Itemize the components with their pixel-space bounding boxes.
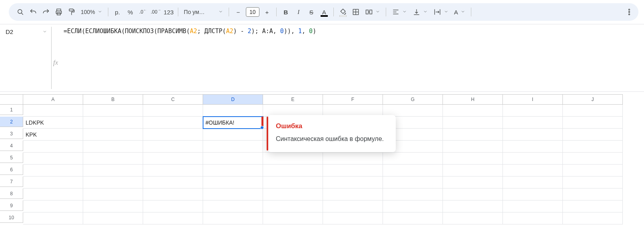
name-box[interactable]: D2 [0,24,51,39]
cell[interactable] [83,153,143,165]
cell[interactable] [83,188,143,200]
cell[interactable] [563,165,623,177]
cell[interactable] [563,212,623,224]
formula-input[interactable]: =ЕСЛИ(ЕСЛИОШИБКА(ПОИСКПОЗ(ПРАВСИМВ(A2; Д… [52,24,644,35]
text-color-button[interactable]: A [318,6,330,18]
row-header[interactable]: 2 [0,117,23,127]
cell[interactable] [503,165,563,177]
column-header[interactable]: B [83,94,143,105]
cell[interactable] [143,188,203,200]
cell[interactable] [323,177,383,188]
number-format-button[interactable]: 123 [163,6,175,18]
cell[interactable] [443,165,503,177]
row-header[interactable]: 1 [0,105,23,115]
percent-button[interactable]: % [124,6,136,18]
cell[interactable] [143,105,203,117]
cell[interactable]: KPK [23,129,83,141]
cell[interactable] [323,188,383,200]
cell[interactable] [143,200,203,212]
increase-decimal-button[interactable]: .00→ [150,6,162,18]
cell[interactable] [143,117,203,129]
currency-button[interactable]: р. [112,6,124,18]
cell[interactable] [503,153,563,165]
cell[interactable] [263,165,323,177]
cell[interactable] [443,117,503,129]
cell[interactable] [563,188,623,200]
row-header[interactable]: 5 [0,153,23,163]
cell[interactable] [263,200,323,212]
select-all-corner[interactable] [0,94,23,105]
cell[interactable] [323,153,383,165]
cell[interactable] [143,129,203,141]
cell[interactable] [23,200,83,212]
row-header[interactable]: 8 [0,188,23,199]
more-icon[interactable] [623,6,635,18]
column-header[interactable]: C [143,94,203,105]
cell[interactable] [503,200,563,212]
cell[interactable] [503,177,563,188]
cell[interactable] [83,117,143,129]
cell[interactable] [563,141,623,153]
borders-button[interactable] [350,6,362,18]
cell[interactable] [263,177,323,188]
cell[interactable] [203,200,263,212]
row-header[interactable]: 7 [0,177,23,187]
cell[interactable] [443,129,503,141]
column-header[interactable]: A [23,94,83,105]
column-header[interactable]: G [383,94,443,105]
row-header[interactable]: 3 [0,129,23,139]
cell[interactable] [263,188,323,200]
font-size-increase[interactable]: + [261,6,273,18]
cell[interactable] [563,129,623,141]
cell[interactable] [443,153,503,165]
cell[interactable] [143,165,203,177]
cell[interactable] [503,105,563,117]
cell[interactable] [83,177,143,188]
cell[interactable] [443,200,503,212]
cell[interactable] [323,165,383,177]
font-size-input[interactable] [246,7,259,17]
cell[interactable] [83,212,143,224]
cell[interactable] [83,105,143,117]
cell[interactable] [23,105,83,117]
cell[interactable] [203,105,263,117]
column-header[interactable]: H [443,94,503,105]
cell[interactable] [23,212,83,224]
row-header[interactable]: 4 [0,141,23,151]
cell[interactable] [203,188,263,200]
cell[interactable] [323,212,383,224]
decrease-decimal-button[interactable]: .0← [137,6,149,18]
cell[interactable] [323,200,383,212]
cell[interactable] [83,141,143,153]
cell[interactable] [23,188,83,200]
cell[interactable] [203,141,263,153]
cell[interactable] [23,177,83,188]
cell[interactable] [23,165,83,177]
undo-icon[interactable] [27,6,39,18]
cell[interactable] [383,165,443,177]
text-rotation-button[interactable]: A [452,6,468,18]
cell[interactable] [443,141,503,153]
bold-button[interactable]: B [280,6,292,18]
column-header[interactable]: D [203,94,263,105]
cell[interactable] [383,188,443,200]
cell[interactable] [443,188,503,200]
column-header[interactable]: I [503,94,563,105]
merge-cells-button[interactable] [363,6,383,18]
horizontal-align-button[interactable] [389,6,409,18]
cell[interactable] [23,141,83,153]
cell[interactable] [563,117,623,129]
cell[interactable] [503,129,563,141]
cell[interactable] [203,177,263,188]
column-header[interactable]: E [263,94,323,105]
cell[interactable] [563,105,623,117]
cell[interactable] [383,153,443,165]
row-header[interactable]: 10 [0,212,23,223]
vertical-align-button[interactable] [410,6,430,18]
cell[interactable] [383,177,443,188]
paint-format-icon[interactable] [66,6,78,18]
cell[interactable] [203,129,263,141]
cell[interactable] [143,153,203,165]
redo-icon[interactable] [40,6,52,18]
cell[interactable] [83,200,143,212]
